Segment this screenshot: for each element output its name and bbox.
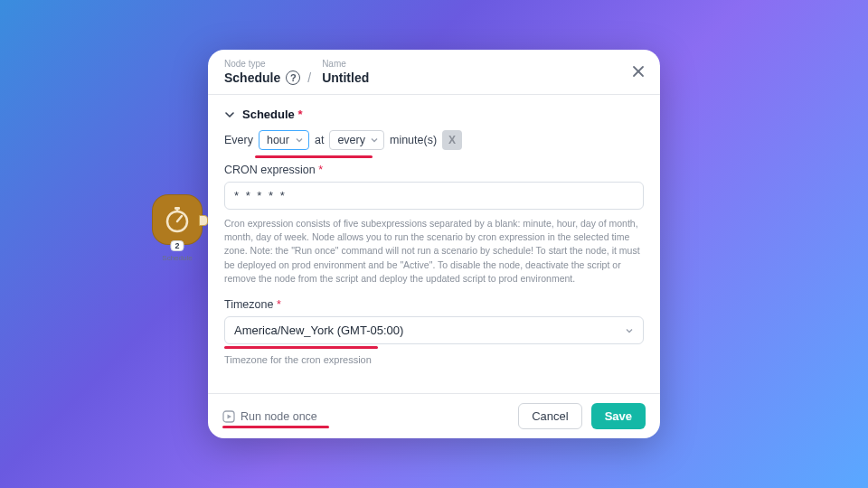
node-badge: 2 [170, 240, 184, 251]
chevron-down-icon [295, 136, 304, 145]
save-button[interactable]: Save [591, 403, 646, 429]
clear-interval-button[interactable]: X [442, 130, 462, 150]
chevron-down-icon [370, 136, 379, 145]
node-graphic: 2 Schedule [141, 194, 213, 262]
interval-row: Every hour at every minute(s) X [224, 130, 644, 150]
interval-minute-value: every [337, 134, 365, 146]
interval-unit-select[interactable]: hour [259, 130, 309, 150]
cron-help-text: Cron expression consists of five subexpr… [224, 217, 644, 286]
run-once-label: Run node once [241, 410, 317, 423]
schedule-modal: 2 Schedule Node type Schedule ? / Name U… [208, 50, 660, 438]
annotation-underline [222, 426, 329, 428]
chevron-down-icon [224, 109, 235, 120]
annotation-underline [255, 155, 373, 158]
cron-input[interactable] [224, 182, 644, 210]
node-label: Schedule [141, 254, 213, 262]
svg-line-1 [177, 216, 182, 221]
help-icon[interactable]: ? [286, 70, 300, 85]
node-type-label: Node type [224, 59, 313, 69]
timezone-label: Timezone * [224, 298, 644, 311]
interval-minute-select[interactable]: every [329, 130, 384, 150]
svg-rect-2 [175, 207, 180, 210]
annotation-underline [224, 346, 378, 349]
play-icon [222, 410, 235, 423]
run-node-once-button[interactable]: Run node once [222, 410, 317, 423]
header-name: Name Untitled [322, 59, 369, 85]
timezone-select[interactable]: America/New_York (GMT-05:00) [224, 316, 644, 344]
name-label: Name [322, 59, 369, 69]
app-background: 2 Schedule Node type Schedule ? / Name U… [0, 0, 868, 488]
breadcrumb-separator: / [306, 70, 313, 85]
required-asterisk: * [297, 108, 302, 121]
interval-unit-value: hour [267, 134, 289, 146]
header-node-type: Node type Schedule ? / [224, 59, 313, 85]
interval-at: at [315, 134, 324, 146]
timezone-help-text: Timezone for the cron expression [224, 354, 644, 365]
section-header[interactable]: Schedule * [224, 108, 644, 121]
node-type-value: Schedule [224, 70, 280, 85]
stopwatch-icon [162, 204, 193, 235]
svg-marker-7 [228, 414, 232, 418]
interval-prefix: Every [224, 134, 253, 146]
section-title: Schedule [242, 108, 295, 121]
node-shape[interactable]: 2 [152, 194, 203, 245]
interval-suffix: minute(s) [390, 134, 437, 146]
modal-footer: Run node once Cancel Save [208, 393, 660, 438]
name-value[interactable]: Untitled [322, 70, 369, 85]
timezone-value: America/New_York (GMT-05:00) [234, 324, 403, 337]
cron-label: CRON expression * [224, 164, 644, 176]
close-icon [631, 64, 646, 79]
node-connector [199, 215, 208, 226]
chevron-down-icon [624, 325, 635, 336]
modal-header: Node type Schedule ? / Name Untitled [208, 50, 660, 95]
modal-body: Schedule * Every hour at every minute(s)… [208, 95, 660, 393]
close-button[interactable] [629, 62, 647, 80]
cancel-button[interactable]: Cancel [518, 403, 581, 429]
